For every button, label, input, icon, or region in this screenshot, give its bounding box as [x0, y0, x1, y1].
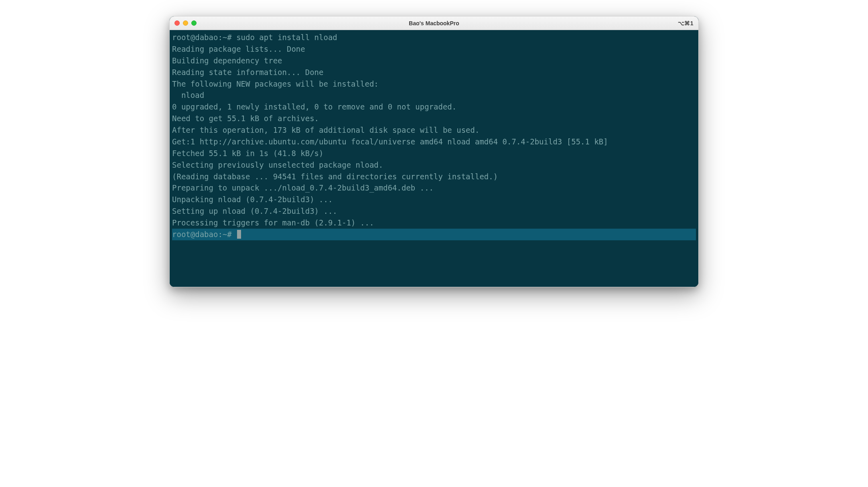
output-line: Unpacking nload (0.7.4-2build3) ...	[172, 194, 696, 205]
minimize-icon[interactable]	[183, 20, 188, 26]
terminal-window: Bao's MacbookPro ⌥⌘1 root@dabao:~# sudo …	[169, 16, 699, 287]
command-line: root@dabao:~# sudo apt install nload	[172, 32, 696, 43]
close-icon[interactable]	[174, 20, 180, 26]
window-hotkey: ⌥⌘1	[678, 20, 694, 26]
output-line: nload	[172, 89, 696, 101]
output-line: Setting up nload (0.7.4-2build3) ...	[172, 205, 696, 217]
output-line: Need to get 55.1 kB of archives.	[172, 113, 696, 124]
active-prompt-line[interactable]: root@dabao:~#	[172, 229, 696, 240]
shell-prompt: root@dabao:~#	[172, 33, 236, 42]
cursor-icon	[237, 230, 241, 239]
output-line: Processing triggers for man-db (2.9.1-1)…	[172, 217, 696, 229]
output-line: Reading state information... Done	[172, 67, 696, 78]
window-title: Bao's MacbookPro	[409, 20, 459, 26]
output-line: Fetched 55.1 kB in 1s (41.8 kB/s)	[172, 148, 696, 159]
traffic-lights	[174, 20, 197, 26]
terminal-body[interactable]: root@dabao:~# sudo apt install nload Rea…	[170, 30, 698, 287]
output-line: Reading package lists... Done	[172, 43, 696, 55]
output-line: Preparing to unpack .../nload_0.7.4-2bui…	[172, 182, 696, 194]
output-line: Selecting previously unselected package …	[172, 159, 696, 171]
output-line: Get:1 http://archive.ubuntu.com/ubuntu f…	[172, 136, 696, 148]
shell-command: sudo apt install nload	[236, 33, 337, 42]
titlebar[interactable]: Bao's MacbookPro ⌥⌘1	[170, 16, 698, 30]
output-line: Building dependency tree	[172, 55, 696, 67]
output-line: The following NEW packages will be insta…	[172, 78, 696, 90]
output-line: After this operation, 173 kB of addition…	[172, 124, 696, 136]
shell-prompt: root@dabao:~#	[172, 229, 236, 240]
output-line: 0 upgraded, 1 newly installed, 0 to remo…	[172, 101, 696, 113]
output-line: (Reading database ... 94541 files and di…	[172, 171, 696, 183]
maximize-icon[interactable]	[191, 20, 197, 26]
